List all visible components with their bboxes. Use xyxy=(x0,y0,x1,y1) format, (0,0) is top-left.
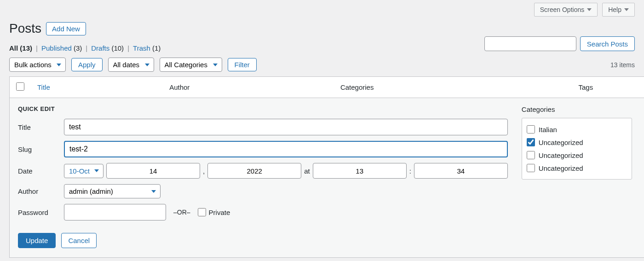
help-label: Help xyxy=(608,6,621,13)
category-label: Italian xyxy=(539,126,557,133)
label-slug: Slug xyxy=(18,145,59,153)
password-input[interactable] xyxy=(64,204,166,220)
apply-button[interactable]: Apply xyxy=(71,58,103,71)
search-posts-button[interactable]: Search Posts xyxy=(580,36,635,51)
slug-input[interactable] xyxy=(64,141,508,157)
filter-drafts[interactable]: Drafts (10) xyxy=(91,44,124,52)
select-all-checkbox[interactable] xyxy=(16,82,24,91)
dates-filter-select[interactable]: All dates xyxy=(108,58,154,72)
col-title[interactable]: Title xyxy=(31,77,163,98)
category-item[interactable]: Uncategorized xyxy=(527,136,627,149)
caret-down-icon xyxy=(624,8,629,11)
day-input[interactable] xyxy=(106,163,200,179)
label-at: at xyxy=(304,167,310,175)
category-label: Uncategorized xyxy=(539,151,583,159)
cancel-button[interactable]: Cancel xyxy=(61,233,97,248)
private-checkbox[interactable] xyxy=(198,208,206,216)
help-button[interactable]: Help xyxy=(602,3,635,17)
year-input[interactable] xyxy=(207,163,301,179)
label-categories: Categories xyxy=(522,105,632,113)
title-input[interactable] xyxy=(64,119,508,135)
category-checkbox[interactable] xyxy=(527,151,535,159)
category-label: Uncategorized xyxy=(539,139,583,146)
label-title: Title xyxy=(18,123,59,131)
category-item[interactable]: Uncategorized xyxy=(527,162,627,174)
label-author: Author xyxy=(18,187,59,195)
filter-published[interactable]: Published (3) xyxy=(41,44,82,52)
categories-filter-select[interactable]: All Categories xyxy=(160,58,222,72)
page-title: Posts xyxy=(9,21,41,36)
minute-input[interactable] xyxy=(414,163,508,179)
screen-options-button[interactable]: Screen Options xyxy=(534,3,598,17)
quick-edit-row: QUICK EDIT Title Slug Date xyxy=(10,98,644,258)
filter-all[interactable]: All (13) xyxy=(9,44,32,52)
items-count: 13 items xyxy=(610,61,635,69)
bulk-actions-select[interactable]: Bulk actions xyxy=(9,58,66,72)
category-item[interactable]: Italian xyxy=(527,123,627,136)
col-tags: Tags xyxy=(572,77,644,98)
category-checkbox[interactable] xyxy=(527,125,535,133)
col-categories: Categories xyxy=(334,77,572,98)
update-button[interactable]: Update xyxy=(18,233,56,248)
month-select[interactable]: 10-Oct xyxy=(64,164,104,178)
author-select[interactable]: admin (admin) xyxy=(64,184,161,198)
filter-button[interactable]: Filter xyxy=(228,58,257,71)
label-date: Date xyxy=(18,167,59,175)
screen-options-label: Screen Options xyxy=(540,6,585,13)
filter-trash[interactable]: Trash (1) xyxy=(133,44,161,52)
quick-edit-heading: QUICK EDIT xyxy=(18,105,508,112)
category-label: Uncategorized xyxy=(539,164,583,172)
label-password: Password xyxy=(18,209,59,216)
caret-down-icon xyxy=(587,8,592,11)
label-private: Private xyxy=(209,209,230,216)
col-author: Author xyxy=(163,77,334,98)
label-or: –OR– xyxy=(173,209,190,216)
category-checkbox[interactable] xyxy=(527,138,535,146)
category-item[interactable]: Uncategorized xyxy=(527,149,627,162)
search-input[interactable] xyxy=(484,36,576,51)
category-checkbox[interactable] xyxy=(527,164,535,172)
add-new-button[interactable]: Add New xyxy=(46,22,86,35)
hour-input[interactable] xyxy=(313,163,407,179)
categories-box: ItalianUncategorizedUncategorizedUncateg… xyxy=(522,118,632,180)
